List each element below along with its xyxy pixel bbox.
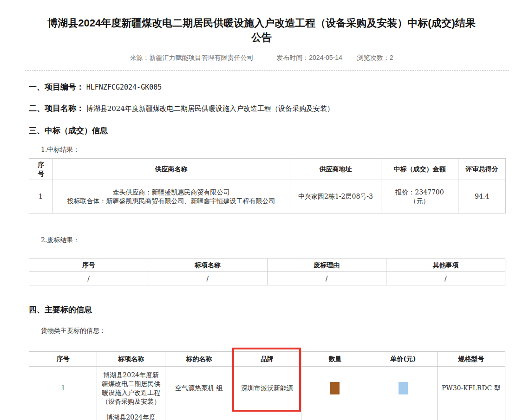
award-seq-cell: 1: [29, 180, 52, 213]
section-project-name: 二、项目名称： 博湖县2024年度新疆煤改电二期居民供暖设施入户改造工程（设备采…: [29, 103, 505, 114]
page-title-line2: 公告: [19, 30, 504, 45]
award-col-supplier-name: 供应商名称: [52, 159, 290, 180]
subject-col-subject-name: 标的名称: [165, 352, 233, 367]
subject-quantity-cell: [301, 367, 369, 410]
meta-bar: 来源：新疆汇力赋能项目管理有限责任公司 发布时间：2024-05-14 浏览次数…: [0, 54, 523, 62]
subject-seq-cell-2: [29, 410, 97, 420]
rejected-col-other: 其他事项: [386, 258, 505, 272]
award-score-cell: 94.4: [458, 180, 506, 213]
project-number-label: 一、项目编号：: [29, 83, 84, 91]
award-col-amount: 中标（成交）金额: [381, 159, 458, 180]
dashed-divider: [25, 71, 509, 71]
award-amount-cell: 报价：2347700 （元）: [381, 180, 458, 213]
section-main-subject-heading: 四、主要标的信息: [29, 305, 505, 315]
award-result-table: 序号 供应商名称 供应商地址 中标（成交）金额 评审总得分 1 牵头供应商：新疆…: [29, 158, 506, 213]
rejected-col-reason: 废标理由: [267, 258, 386, 272]
rejected-col-item: 标项名称: [148, 258, 267, 272]
rejected-result-sublabel: 2.废标结果：: [29, 236, 505, 244]
rejected-item-cell: /: [148, 272, 267, 285]
subject-col-spec-model: 规格型号: [437, 352, 505, 367]
goods-subject-sublabel: 货物类主要标的信息：: [29, 326, 505, 335]
meta-view-count: 浏览次数：2: [357, 54, 393, 62]
subject-table-row-1: 1 博湖县2024年度新疆煤改电二期居民供暖设施入户改造工程（设备采购及安装） …: [29, 367, 505, 410]
meta-source: 来源：新疆汇力赋能项目管理有限责任公司: [130, 54, 253, 62]
rejected-seq-cell: /: [29, 272, 148, 285]
meta-source-label: 来源：: [130, 54, 149, 61]
project-name-label: 二、项目名称：: [29, 104, 84, 113]
subject-brand-cell: 深圳市派沃新能源: [233, 367, 301, 410]
award-result-sublabel: 1.中标结果：: [29, 145, 505, 154]
unit-price-redacted-swatch: [399, 382, 408, 394]
meta-publish-time: 发布时间：2024-05-14: [276, 54, 342, 62]
award-amount-value: 报价：2347700: [385, 188, 454, 197]
award-col-seq: 序号: [29, 159, 52, 180]
award-address-cell: 中兴家园2栋1-2层08号-3: [290, 180, 381, 213]
quantity-redacted-swatch: [330, 382, 340, 394]
subject-item-name-cell-2: 博湖县2024年度: [97, 410, 165, 420]
subject-table-row-2-partial: 博湖县2024年度: [29, 410, 505, 420]
project-name-value: 博湖县2024年度新疆煤改电二期居民供暖设施入户改造工程（设备采购及安装）: [86, 104, 334, 113]
main-subject-table: 序号 标项名称 标的名称 品牌 数量 单价(元) 规格型号 1 博湖县2024年…: [29, 351, 505, 420]
award-amount-unit: （元）: [385, 197, 454, 206]
award-supplier-lead: 牵头供应商：新疆盛凯惠民商贸有限公司: [56, 188, 286, 197]
meta-views-label: 浏览次数：: [357, 54, 390, 61]
announcement-body: 一、项目编号： HLFNZFCG2024-GK005 二、项目名称： 博湖县20…: [29, 82, 505, 420]
award-table-row: 1 牵头供应商：新疆盛凯惠民商贸有限公司 投标联合体：新疆盛凯惠民商贸有限公司、…: [29, 180, 506, 213]
subject-col-brand: 品牌: [233, 352, 301, 367]
subject-table-wrapper: 序号 标项名称 标的名称 品牌 数量 单价(元) 规格型号 1 博湖县2024年…: [29, 351, 505, 420]
award-col-supplier-address: 供应商地址: [290, 159, 381, 180]
meta-publish-value: 2024-05-14: [309, 54, 342, 61]
meta-publish-label: 发布时间：: [276, 54, 309, 61]
subject-seq-cell: 1: [29, 367, 97, 410]
subject-item-name-cell: 博湖县2024年度新疆煤改电二期居民供暖设施入户改造工程（设备采购及安装）: [97, 367, 165, 410]
meta-views-value: 2: [390, 54, 393, 61]
section-project-number: 一、项目编号： HLFNZFCG2024-GK005: [29, 82, 505, 92]
announcement-page: 博湖县2024年度新疆煤改电二期居民供暖设施入户改造工程（设备采购及安装）中标(…: [0, 16, 523, 420]
page-title: 博湖县2024年度新疆煤改电二期居民供暖设施入户改造工程（设备采购及安装）中标(…: [19, 16, 504, 45]
subject-unit-price-cell: [369, 367, 437, 410]
page-title-line1: 博湖县2024年度新疆煤改电二期居民供暖设施入户改造工程（设备采购及安装）中标(…: [19, 16, 504, 30]
subject-col-unit-price: 单价(元): [369, 352, 437, 367]
rejected-reason-cell: /: [267, 272, 386, 285]
subject-table-header-row: 序号 标项名称 标的名称 品牌 数量 单价(元) 规格型号: [29, 352, 505, 367]
project-number-value: HLFNZFCG2024-GK005: [86, 83, 162, 91]
rejected-table-row: / / / /: [29, 272, 505, 285]
subject-col-item-name: 标项名称: [97, 352, 165, 367]
subject-spec-model-cell: PW30-KFLRDC 型: [437, 367, 505, 410]
award-supplier-cell: 牵头供应商：新疆盛凯惠民商贸有限公司 投标联合体：新疆盛凯惠民商贸有限公司、新疆…: [52, 180, 290, 213]
section-award-info-heading: 三、中标（成交）信息: [29, 126, 505, 136]
rejected-table-header-row: 序号 标项名称 废标理由 其他事项: [29, 258, 505, 272]
rejected-col-seq: 序号: [29, 258, 148, 272]
award-table-header-row: 序号 供应商名称 供应商地址 中标（成交）金额 评审总得分: [29, 159, 506, 180]
subject-name-cell: 空气源热泵机 组: [165, 367, 233, 410]
rejected-bid-table: 序号 标项名称 废标理由 其他事项 / / / /: [29, 258, 505, 285]
award-supplier-consortium: 投标联合体：新疆盛凯惠民商贸有限公司、新疆鑫宇恒建设工程有限公司: [56, 197, 286, 206]
meta-source-value: 新疆汇力赋能项目管理有限责任公司: [149, 54, 253, 61]
subject-col-quantity: 数量: [301, 352, 369, 367]
award-col-score: 评审总得分: [458, 159, 506, 180]
subject-col-seq: 序号: [29, 352, 97, 367]
rejected-other-cell: /: [386, 272, 505, 285]
